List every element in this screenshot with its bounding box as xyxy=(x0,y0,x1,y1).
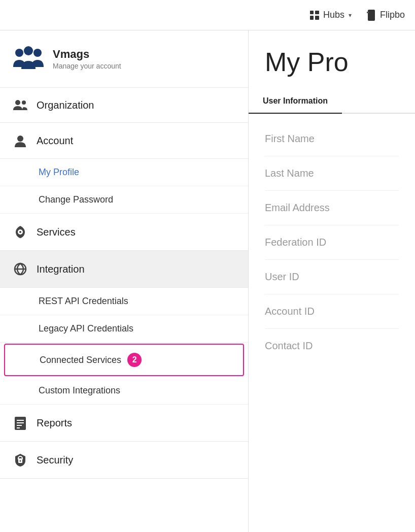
change-password-label: Change Password xyxy=(39,194,113,205)
legacy-api-label: Legacy API Credentials xyxy=(39,323,133,334)
integration-icon xyxy=(12,262,28,276)
svg-point-3 xyxy=(33,49,42,57)
form-fields: First Name Last Name Email Address Feder… xyxy=(249,114,415,371)
brand-text: Vmags Manage your account xyxy=(53,48,121,70)
field-first-name: First Name xyxy=(265,122,399,156)
sidebar-subitem-legacy-api[interactable]: Legacy API Credentials xyxy=(0,315,248,343)
field-account-id: Account ID xyxy=(265,294,399,329)
chevron-down-icon: ▾ xyxy=(349,12,352,19)
connected-services-badge: 2 xyxy=(127,353,142,367)
sidebar-subitem-my-profile[interactable]: My Profile xyxy=(0,159,248,186)
sidebar-item-reports[interactable]: Reports xyxy=(0,405,248,442)
field-contact-id: Contact ID xyxy=(265,329,399,363)
svg-rect-1 xyxy=(367,12,369,13)
svg-rect-14 xyxy=(17,422,24,423)
sidebar-item-account[interactable]: Account xyxy=(0,123,248,159)
svg-point-7 xyxy=(17,136,23,142)
svg-point-5 xyxy=(15,100,20,105)
svg-rect-16 xyxy=(17,427,20,428)
main-layout: Vmags Manage your account Organization xyxy=(0,30,415,532)
svg-point-9 xyxy=(19,231,21,233)
sidebar-subitem-change-password[interactable]: Change Password xyxy=(0,186,248,214)
sidebar-subitem-custom-integrations[interactable]: Custom Integrations xyxy=(0,377,248,405)
sidebar-item-integration[interactable]: Integration xyxy=(0,251,248,288)
sidebar: Vmags Manage your account Organization xyxy=(0,30,249,532)
notebook-icon xyxy=(367,10,376,21)
hubs-label: Hubs xyxy=(323,10,344,20)
sidebar-brand: Vmags Manage your account xyxy=(0,30,248,88)
reports-icon xyxy=(12,416,28,430)
rest-api-label: REST API Credentials xyxy=(39,296,128,307)
services-label: Services xyxy=(37,226,76,238)
flipboard-menu[interactable]: Flipbo xyxy=(367,10,405,21)
svg-point-4 xyxy=(24,46,33,55)
flipboard-label: Flipbo xyxy=(380,10,405,20)
field-federation-id: Federation ID xyxy=(265,225,399,260)
tab-user-information[interactable]: User Information xyxy=(249,89,342,114)
sidebar-item-organization[interactable]: Organization xyxy=(0,88,248,123)
brand-icon xyxy=(12,45,45,73)
grid-icon xyxy=(310,11,319,20)
security-label: Security xyxy=(37,454,73,466)
top-bar: Hubs ▾ Flipbo xyxy=(0,0,415,30)
my-profile-label: My Profile xyxy=(39,167,79,178)
sidebar-subitem-connected-services[interactable]: Connected Services 2 xyxy=(4,344,244,376)
hubs-menu[interactable]: Hubs ▾ xyxy=(310,10,352,20)
field-user-id: User ID xyxy=(265,260,399,294)
organization-label: Organization xyxy=(37,99,94,111)
vmags-logo xyxy=(12,45,45,73)
organization-icon xyxy=(12,99,28,111)
page-title: My Pro xyxy=(249,30,415,89)
custom-integrations-label: Custom Integrations xyxy=(39,385,120,396)
sidebar-item-security[interactable]: Security xyxy=(0,442,248,479)
svg-rect-13 xyxy=(17,420,24,421)
right-panel: My Pro User Information First Name Last … xyxy=(249,30,415,532)
reports-label: Reports xyxy=(37,417,72,429)
field-last-name: Last Name xyxy=(265,156,399,191)
sidebar-subitem-rest-api[interactable]: REST API Credentials xyxy=(0,288,248,315)
connected-services-label: Connected Services xyxy=(40,355,121,365)
account-label: Account xyxy=(37,135,73,147)
svg-rect-15 xyxy=(17,425,22,426)
services-icon xyxy=(12,225,28,239)
svg-rect-0 xyxy=(368,10,375,21)
tabs-row: User Information xyxy=(249,89,415,114)
integration-label: Integration xyxy=(37,263,85,275)
svg-point-2 xyxy=(15,49,23,57)
svg-point-6 xyxy=(22,101,26,105)
security-icon xyxy=(12,453,28,467)
sidebar-item-services[interactable]: Services xyxy=(0,214,248,251)
field-email-address: Email Address xyxy=(265,191,399,225)
svg-point-19 xyxy=(20,460,21,462)
brand-name: Vmags xyxy=(53,48,121,61)
brand-subtitle: Manage your account xyxy=(53,62,121,70)
account-icon xyxy=(12,134,28,147)
